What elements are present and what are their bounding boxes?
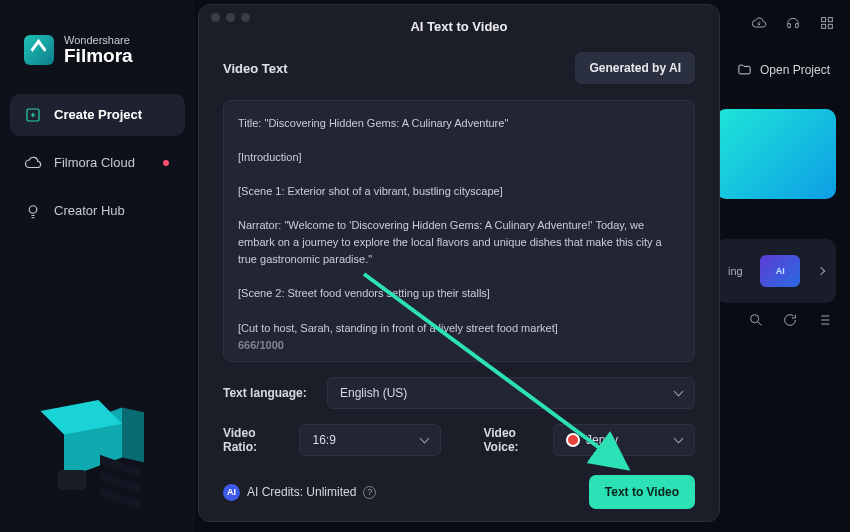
svg-point-6	[751, 315, 759, 323]
ai-text-to-video-dialog: AI Text to Video Video Text Generated by…	[198, 4, 720, 522]
folder-icon	[737, 62, 752, 77]
chevron-right-icon	[817, 267, 825, 275]
ai-template-thumb: AI	[760, 255, 800, 287]
feature-card[interactable]	[716, 109, 836, 199]
text-to-video-button[interactable]: Text to Video	[589, 475, 695, 509]
refresh-icon[interactable]	[782, 312, 798, 328]
video-ratio-value: 16:9	[312, 433, 335, 447]
ai-credits-label: AI Credits: Unlimited	[247, 485, 356, 499]
video-ratio-select[interactable]: 16:9	[299, 424, 441, 456]
svg-rect-3	[828, 24, 832, 28]
chevron-down-icon	[674, 434, 684, 444]
search-icon[interactable]	[748, 312, 764, 328]
sidebar-item-label: Create Project	[54, 107, 142, 122]
text-language-value: English (US)	[340, 386, 407, 400]
svg-rect-0	[822, 18, 826, 22]
dialog-title: AI Text to Video	[199, 5, 719, 34]
brand-big: Filmora	[64, 46, 133, 66]
video-voice-value: Jenny	[586, 433, 618, 447]
ai-credits: AI AI Credits: Unlimited ?	[223, 484, 376, 501]
video-voice-select[interactable]: Jenny	[553, 424, 695, 456]
help-icon[interactable]: ?	[363, 486, 376, 499]
sidebar-item-creator-hub[interactable]: Creator Hub	[10, 190, 185, 232]
sidebar: Wondershare Filmora Create Project Filmo…	[0, 0, 195, 532]
svg-point-5	[29, 206, 37, 214]
filmora-logo-icon	[24, 35, 54, 65]
sidebar-item-create-project[interactable]: Create Project	[10, 94, 185, 136]
list-icon[interactable]	[816, 312, 832, 328]
template-card[interactable]: ing AI	[716, 239, 836, 303]
apps-grid-icon[interactable]	[819, 15, 835, 31]
script-textarea[interactable]: Title: "Discovering Hidden Gems: A Culin…	[223, 100, 695, 362]
headset-icon[interactable]	[785, 15, 801, 31]
svg-rect-1	[828, 18, 832, 22]
topbar-icons	[751, 15, 835, 31]
open-project-button[interactable]: Open Project	[716, 54, 836, 85]
template-card-label: ing	[728, 265, 743, 277]
cloud-icon	[24, 154, 42, 172]
right-panel: Open Project ing AI	[716, 54, 836, 303]
chevron-down-icon	[674, 387, 684, 397]
ai-badge-icon: AI	[223, 484, 240, 501]
generated-by-ai-button[interactable]: Generated by AI	[575, 52, 695, 84]
brand: Wondershare Filmora	[0, 28, 195, 88]
bulb-icon	[24, 202, 42, 220]
sidebar-item-label: Creator Hub	[54, 203, 125, 218]
video-ratio-label: Video Ratio:	[223, 426, 285, 454]
svg-rect-2	[822, 24, 826, 28]
plus-square-icon	[24, 106, 42, 124]
chevron-down-icon	[420, 434, 430, 444]
sidebar-item-label: Filmora Cloud	[54, 155, 135, 170]
text-language-select[interactable]: English (US)	[327, 377, 695, 409]
text-language-label: Text language:	[223, 386, 313, 400]
video-text-label: Video Text	[223, 61, 288, 76]
cloud-download-icon[interactable]	[751, 15, 767, 31]
sidebar-item-filmora-cloud[interactable]: Filmora Cloud	[10, 142, 185, 184]
macos-traffic-lights-dialog	[211, 13, 250, 22]
right-toolbar	[748, 312, 832, 328]
open-project-label: Open Project	[760, 63, 830, 77]
video-voice-label: Video Voice:	[483, 426, 539, 454]
voice-avatar-icon	[566, 433, 580, 447]
sidebar-illustration	[30, 370, 160, 520]
script-text-value: Title: "Discovering Hidden Gems: A Culin…	[238, 115, 680, 337]
char-count: 666/1000	[238, 339, 284, 351]
notification-dot-icon	[163, 160, 169, 166]
